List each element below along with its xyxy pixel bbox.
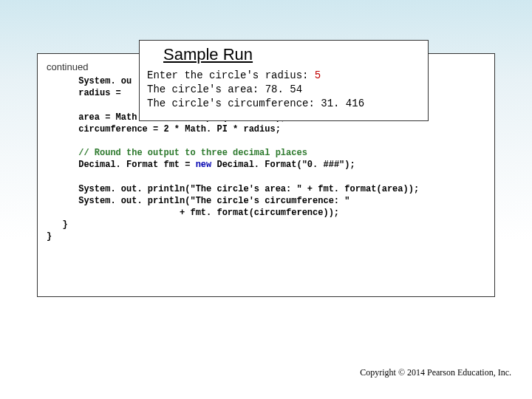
code-close-brace-1: } xyxy=(47,219,68,230)
run-user-input: 5 xyxy=(315,69,321,81)
code-close-brace-2: } xyxy=(47,231,52,242)
code-line-circumference: circumference = 2 * Math. PI * radius; xyxy=(47,124,281,134)
code-line-println-area: System. out. println("The circle's area:… xyxy=(47,184,419,194)
code-line-fmt-a: Decimal. Format fmt = xyxy=(47,160,196,170)
run-line-3: The circle's circumference: 31. 416 xyxy=(147,98,364,109)
run-line-1a: Enter the circle's radius: xyxy=(147,69,315,81)
sample-run-output: Enter the circle's radius: 5 The circle'… xyxy=(147,69,420,111)
sample-run-title: Sample Run xyxy=(163,45,420,64)
keyword-new: new xyxy=(196,160,212,170)
copyright-text: Copyright © 2014 Pearson Education, Inc. xyxy=(360,367,511,378)
code-line-println-circ-2: + fmt. format(circumference)); xyxy=(47,208,339,218)
code-line-partial-2: radius = xyxy=(47,88,126,98)
code-line-partial-1: System. ou xyxy=(47,76,132,86)
code-comment: // Round the output to three decimal pla… xyxy=(47,148,307,158)
code-line-fmt-b: Decimal. Format("0. ###"); xyxy=(211,160,355,170)
sample-run-panel: Sample Run Enter the circle's radius: 5 … xyxy=(139,40,429,121)
code-line-println-circ-1: System. out. println("The circle's circu… xyxy=(47,196,349,206)
run-line-2: The circle's area: 78. 54 xyxy=(147,83,302,95)
